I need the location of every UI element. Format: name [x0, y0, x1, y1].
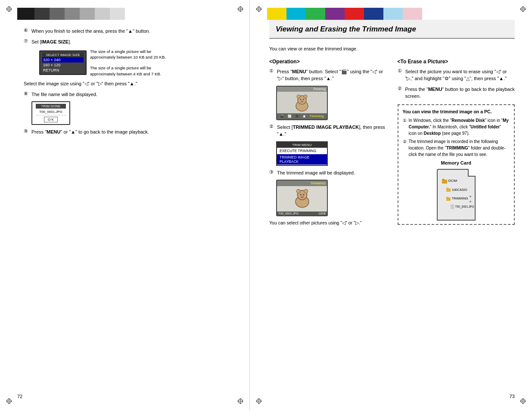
pc-note-step-1-text: In Windows, click the "Removable Disk" i… [409, 117, 510, 137]
step-8-num: ⑧ [24, 91, 31, 97]
folder-icon [442, 178, 447, 184]
reg-mark-tl [6, 6, 12, 13]
step-6-num: ⑥ [24, 28, 31, 33]
pc-note-title: You can view the trimmed image on a PC. [403, 109, 510, 115]
screen-row-return: RETURN [42, 68, 84, 73]
svg-point-29 [300, 194, 301, 195]
pc-note-step-1-num: ① [403, 117, 409, 137]
screen-row-320: 320 × 240 [42, 57, 84, 62]
playback-filename: T00_0001.JPG [278, 212, 299, 215]
subfolder-icon-1 [446, 187, 451, 192]
screen-title: SELECT IMAGE SIZE [42, 53, 84, 57]
reg-mark-bl [6, 398, 12, 405]
trim-done-screen: TRIM DONE T00_0001.JPG O K [31, 101, 70, 125]
mc-dots [470, 196, 471, 208]
pc-note-step-2-text: The trimmed image is recorded in the fol… [409, 138, 510, 158]
reg-mark-br-right [520, 398, 526, 405]
step-9-text: Press "MENU" or "▲" to go back to the im… [31, 128, 230, 136]
playback-trimming-label: TRIMMING [311, 182, 326, 185]
menu-screen-container: TRIM MENU EXECUTE TRIMMING TRIMMED IMAGE… [276, 141, 387, 166]
cam-screen-display: Trimming [276, 86, 328, 120]
select-size-instruction: Select the image size using "◁" or "▷" t… [24, 80, 230, 87]
operation-note: You can select other pictures using "◁" … [269, 220, 387, 227]
reg-mark-tr [237, 6, 243, 13]
erase-step-1-text: Select the picture you want to erase usi… [405, 68, 515, 82]
page-number-left: 72 [17, 394, 22, 399]
trim-menu-screen: TRIM MENU EXECUTE TRIMMING TRIMMED IMAGE… [276, 141, 328, 166]
erase-step-2-text: Press the "MENU" button to go back to th… [405, 86, 515, 100]
trim-done-ok: O K [44, 117, 58, 122]
operation-column: <Operation> ① Press "MENU" button. Selec… [269, 59, 387, 227]
memory-card-diagram: DCIM 100CASIO [437, 169, 476, 221]
svg-point-20 [297, 95, 300, 98]
menu-title-bar: TRIM MENU [277, 142, 327, 148]
op-step-2-text: Select [TRIMMED IMAGE PLAYBACK], then pr… [277, 124, 387, 138]
cam-character-svg [291, 93, 313, 112]
right-page: Viewing and Erasing the Trimmed Image Yo… [250, 0, 532, 411]
op-step-3: ③ The trimmed image will be displayed. [269, 169, 387, 177]
mc-notch [468, 169, 476, 177]
camera-screen-1: Trimming [276, 86, 387, 120]
subfolder-icon-2 [446, 196, 451, 201]
step-8: ⑧ The file name will be displayed. [24, 91, 230, 98]
execute-trimming-item: EXECUTE TRIMMING [277, 148, 327, 154]
memory-card-label: Memory Card [403, 159, 510, 167]
annotation-text-bottom: The size of a single picture will be app… [90, 65, 168, 77]
page-title-box: Viewing and Erasing the Trimmed Image [269, 20, 515, 39]
svg-point-21 [304, 95, 307, 98]
step-7-text: Set [IMAGE SIZE]. [31, 38, 230, 46]
svg-point-22 [300, 99, 302, 100]
trim-done-title: TRIM DONE [36, 104, 66, 109]
step-7: ⑦ Set [IMAGE SIZE]. [24, 38, 230, 46]
svg-rect-35 [446, 188, 448, 189]
svg-point-23 [303, 99, 304, 100]
color-bars-right [267, 8, 515, 20]
step-6-text: When you finish to select the area, pres… [31, 28, 230, 35]
trimmed-image-playback-item: TRIMMED IMAGE PLAYBACK [277, 154, 327, 165]
op-step-1: ① Press "MENU" button. Select "🎬" using … [269, 68, 387, 82]
svg-point-27 [296, 189, 300, 193]
pc-note-step-2-num: ② [403, 138, 409, 158]
right-content: Viewing and Erasing the Trimmed Image Yo… [250, 20, 532, 227]
op-step-2-num: ② [269, 124, 276, 129]
left-content: ⑥ When you finish to select the area, pr… [0, 23, 249, 136]
step-9-num: ⑨ [24, 128, 31, 134]
erase-column: <To Erase a Picture> ① Select the pictur… [398, 59, 515, 227]
op-step-1-text: Press "MENU" button. Select "🎬" using th… [277, 68, 387, 82]
pc-note-box: You can view the trimmed image on a PC. … [398, 104, 515, 225]
reg-mark-br [237, 398, 243, 405]
playback-screen: TRIMMING [276, 180, 328, 216]
trim-done-filename: T00_0001.JPG [36, 110, 66, 114]
two-columns: <Operation> ① Press "MENU" button. Selec… [269, 59, 515, 227]
reg-mark-bl-right [256, 398, 262, 405]
svg-rect-33 [442, 179, 445, 181]
memory-card-wrapper: DCIM 100CASIO [403, 169, 510, 221]
step-9: ⑨ Press "MENU" or "▲" to go back to the … [24, 128, 230, 136]
erase-step-2-num: ② [398, 86, 404, 91]
operation-heading: <Operation> [269, 59, 387, 65]
pc-note-step-2: ② The trimmed image is recorded in the f… [403, 138, 510, 158]
page-number-right: 73 [510, 394, 515, 399]
erase-heading: <To Erase a Picture> [398, 59, 515, 65]
playback-screen-container: TRIMMING [276, 180, 387, 216]
select-image-size-screen: SELECT IMAGE SIZE 320 × 240 160 × 120 RE… [39, 50, 87, 75]
op-step-3-num: ③ [269, 169, 276, 175]
step-7-num: ⑦ [24, 38, 31, 44]
page-title: Viewing and Erasing the Trimmed Image [276, 25, 508, 34]
svg-point-28 [304, 189, 308, 193]
screen-row-160: 160 × 120 [42, 62, 84, 68]
reg-mark-tr-right [520, 6, 526, 13]
erase-step-1-num: ① [398, 68, 404, 74]
op-step-2: ② Select [TRIMMED IMAGE PLAYBACK], then … [269, 124, 387, 138]
erase-step-2: ② Press the "MENU" button to go back to … [398, 86, 515, 100]
file-icon-1 [451, 205, 454, 209]
playback-character-svg [290, 187, 314, 209]
annotation-section: SELECT IMAGE SIZE 320 × 240 160 × 120 RE… [31, 49, 230, 77]
pc-note-step-1: ① In Windows, click the "Removable Disk"… [403, 117, 510, 137]
left-page: ⑥ When you finish to select the area, pr… [0, 0, 250, 411]
playback-filesize: 12KB [318, 212, 326, 215]
reg-mark-tr-left [256, 6, 262, 13]
step-6: ⑥ When you finish to select the area, pr… [24, 28, 230, 35]
svg-point-30 [303, 194, 304, 195]
annotation-text-top: The size of a single picture will be app… [90, 49, 168, 60]
